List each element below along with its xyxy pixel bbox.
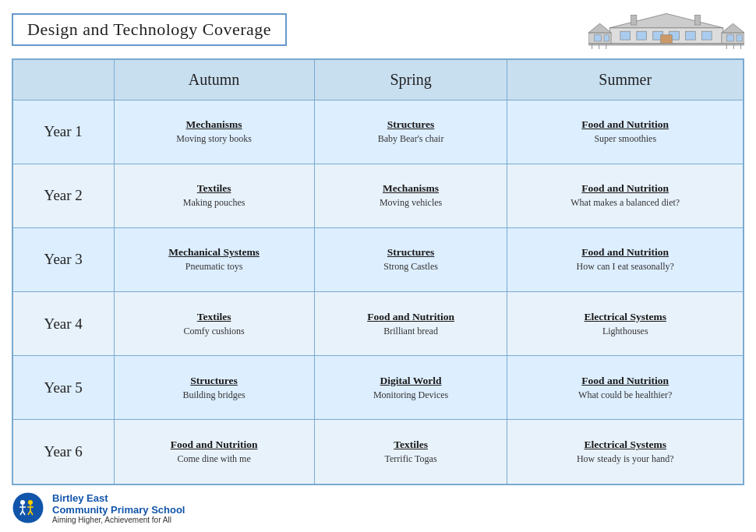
svg-rect-19 <box>737 35 742 41</box>
cell-content: TextilesComfy cushions <box>121 311 308 337</box>
year-cell: Year 1 <box>12 100 114 164</box>
cell-spring: MechanismsMoving vehicles <box>314 164 507 227</box>
cell-content: Electrical SystemsHow steady is your han… <box>514 439 737 465</box>
svg-rect-3 <box>631 15 637 25</box>
cell-topic: Mechanical Systems <box>168 246 260 259</box>
cell-topic: Food and Nutrition <box>581 246 669 259</box>
svg-rect-14 <box>594 35 601 41</box>
cell-content: StructuresStrong Castles <box>321 246 501 273</box>
cell-summer: Food and NutritionWhat could be healthie… <box>507 356 744 420</box>
coverage-table: Autumn Spring Summer Year 1MechanismsMov… <box>12 58 744 485</box>
cell-content: Food and NutritionSuper smoothies <box>514 118 737 145</box>
cell-topic: Electrical Systems <box>585 439 666 451</box>
svg-rect-5 <box>620 31 631 40</box>
cell-content: TextilesTerrific Togas <box>321 439 501 465</box>
svg-rect-4 <box>694 15 700 25</box>
cell-autumn: TextilesMaking pouches <box>114 164 314 227</box>
footer-text: Birtley East Community Primary School Ai… <box>52 492 185 524</box>
cell-topic: Mechanisms <box>186 118 242 131</box>
svg-marker-2 <box>609 14 722 28</box>
year-cell: Year 2 <box>12 164 114 227</box>
col-header-spring: Spring <box>314 59 507 100</box>
svg-rect-15 <box>604 35 609 41</box>
svg-point-32 <box>28 500 33 505</box>
cell-content: MechanismsMoving vehicles <box>321 182 501 209</box>
cell-subtitle: Building bridges <box>182 389 245 401</box>
cell-summer: Food and NutritionHow can I eat seasonal… <box>507 227 744 291</box>
cell-subtitle: Baby Bear's chair <box>378 133 444 145</box>
table-row: Year 4TextilesComfy cushionsFood and Nut… <box>12 292 744 356</box>
cell-subtitle: Brilliant bread <box>383 326 438 337</box>
cell-content: TextilesMaking pouches <box>121 182 308 209</box>
school-building-icon <box>588 8 744 51</box>
cell-content: StructuresBaby Bear's chair <box>321 118 501 145</box>
svg-point-27 <box>20 500 25 505</box>
svg-rect-10 <box>701 31 712 40</box>
header: Design and Technology Coverage <box>12 8 744 51</box>
cell-summer: Electrical SystemsLighthouses <box>507 292 744 356</box>
table-row: Year 6Food and NutritionCome dine with m… <box>12 420 744 484</box>
cell-topic: Food and Nutrition <box>581 375 669 387</box>
cell-autumn: StructuresBuilding bridges <box>114 356 314 420</box>
svg-rect-18 <box>726 35 733 41</box>
cell-subtitle: Comfy cushions <box>183 326 244 337</box>
cell-content: StructuresBuilding bridges <box>121 375 308 401</box>
school-tagline: Aiming Higher, Achievement for All <box>52 516 185 524</box>
cell-content: MechanismsMoving story books <box>121 118 308 145</box>
school-badge-icon <box>12 491 44 524</box>
cell-subtitle: Moving vehicles <box>380 197 442 209</box>
cell-content: Electrical SystemsLighthouses <box>514 311 737 337</box>
cell-content: Food and NutritionWhat could be healthie… <box>514 375 737 401</box>
cell-subtitle: Terrific Togas <box>385 453 437 465</box>
svg-rect-6 <box>637 31 647 40</box>
year-cell: Year 6 <box>12 420 114 484</box>
table-row: Year 1MechanismsMoving story booksStruct… <box>12 100 744 164</box>
svg-marker-17 <box>722 23 744 33</box>
page: Design and Technology Coverage <box>0 0 756 532</box>
col-header-summer: Summer <box>507 59 744 100</box>
cell-subtitle: What makes a balanced diet? <box>571 197 680 209</box>
cell-topic: Textiles <box>394 439 428 451</box>
table-row: Year 2TextilesMaking pouchesMechanismsMo… <box>12 164 744 227</box>
col-header-autumn: Autumn <box>114 59 314 100</box>
cell-summer: Food and NutritionSuper smoothies <box>507 100 744 164</box>
cell-autumn: TextilesComfy cushions <box>114 292 314 356</box>
cell-autumn: MechanismsMoving story books <box>114 100 314 164</box>
cell-topic: Digital World <box>380 375 442 387</box>
cell-spring: TextilesTerrific Togas <box>314 420 507 484</box>
cell-topic: Electrical Systems <box>585 311 666 323</box>
cell-topic: Textiles <box>197 311 231 323</box>
cell-subtitle: How steady is your hand? <box>577 453 674 465</box>
cell-spring: Digital WorldMonitoring Devices <box>314 356 507 420</box>
table-header-row: Autumn Spring Summer <box>12 59 744 100</box>
cell-subtitle: How can I eat seasonally? <box>577 261 674 273</box>
svg-marker-13 <box>588 23 611 33</box>
year-cell: Year 4 <box>12 292 114 356</box>
cell-subtitle: Monitoring Devices <box>373 389 448 401</box>
col-header-year <box>12 59 114 100</box>
svg-rect-9 <box>686 31 696 40</box>
school-name-line2: Community Primary School <box>52 504 185 516</box>
cell-topic: Food and Nutrition <box>367 311 454 323</box>
cell-subtitle: Strong Castles <box>383 261 438 273</box>
cell-spring: StructuresBaby Bear's chair <box>314 100 507 164</box>
cell-autumn: Food and NutritionCome dine with me <box>114 420 314 484</box>
cell-spring: StructuresStrong Castles <box>314 227 507 291</box>
cell-topic: Food and Nutrition <box>171 439 258 451</box>
page-title: Design and Technology Coverage <box>27 19 271 39</box>
cell-subtitle: Super smoothies <box>594 133 656 145</box>
cell-subtitle: Come dine with me <box>177 453 250 465</box>
footer: Birtley East Community Primary School Ai… <box>12 491 744 524</box>
cell-content: Mechanical SystemsPneumatic toys <box>121 246 308 273</box>
cell-topic: Mechanisms <box>383 182 439 195</box>
cell-content: Digital WorldMonitoring Devices <box>321 375 501 401</box>
cell-topic: Structures <box>190 375 238 387</box>
year-cell: Year 5 <box>12 356 114 420</box>
cell-topic: Food and Nutrition <box>581 118 669 131</box>
year-cell: Year 3 <box>12 227 114 291</box>
title-box: Design and Technology Coverage <box>12 13 287 46</box>
cell-autumn: Mechanical SystemsPneumatic toys <box>114 227 314 291</box>
cell-topic: Textiles <box>197 182 231 195</box>
cell-topic: Structures <box>387 118 435 131</box>
cell-subtitle: Moving story books <box>176 133 252 145</box>
